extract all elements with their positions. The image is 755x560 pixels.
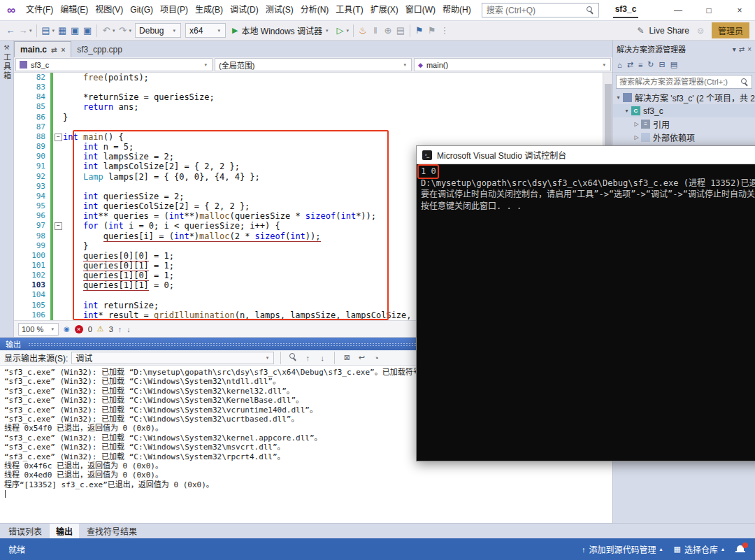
line-number[interactable]: 85 [14,102,50,112]
close-button[interactable]: × [724,0,755,20]
fold-marker[interactable] [53,290,63,300]
expander-icon[interactable]: ▷ [633,121,640,127]
code-line[interactable]: 83 [14,82,612,92]
timestamp-icon[interactable]: ◔ [371,354,382,362]
fold-marker[interactable] [53,73,63,82]
tree-item[interactable]: ▷ 引用 [613,117,755,131]
line-number[interactable]: 99 [14,241,50,251]
attach-to-process-icon[interactable]: ⊕ [382,23,394,38]
menu-item[interactable]: 分析(N) [297,0,333,20]
fold-marker[interactable] [53,211,63,221]
solution-platform-select[interactable]: x64 ▾ [185,23,226,38]
fold-marker[interactable] [53,221,63,231]
switch-views-icon[interactable]: ⇄ [627,60,633,69]
open-file-icon[interactable]: ▦ [56,23,69,38]
fold-marker[interactable] [53,92,63,102]
menu-item[interactable]: 视图(V) [92,0,127,20]
panel-tab[interactable]: 错误列表 [2,524,48,538]
close-tab-icon[interactable]: × [61,46,65,54]
zoom-select[interactable]: 100 % ▾ [18,323,59,336]
expander-icon[interactable]: ▾ [614,94,622,101]
collapse-all-icon[interactable]: ⊟ [659,60,666,69]
line-number[interactable]: 93 [14,182,50,192]
line-number[interactable]: 82 [14,73,50,82]
next-bookmark-icon[interactable]: ⚑ [426,23,438,38]
tree-item[interactable]: ▾ sf3_c [613,104,755,117]
fold-marker[interactable] [53,82,63,92]
line-number[interactable]: 89 [14,142,50,152]
previous-issue-icon[interactable]: ↑ [118,325,122,333]
solution-configuration-select[interactable]: Debug ▾ [135,23,181,38]
undo-dropdown-icon[interactable]: ▾ [113,28,115,34]
code-line[interactable]: 82 free(points); [14,73,612,82]
live-share-button[interactable]: Live Share [649,26,689,36]
line-number[interactable]: 98 [14,231,50,241]
solution-explorer-search-input[interactable] [619,78,731,86]
menu-item[interactable]: Git(G) [127,0,157,20]
fold-marker[interactable] [53,152,63,161]
line-number[interactable]: 101 [14,261,50,271]
notifications-button[interactable] [735,545,747,554]
project-select[interactable]: sf3_c ▾ [15,58,213,71]
find-message-icon[interactable] [287,353,299,362]
fold-marker[interactable] [53,301,63,310]
debug-console-window[interactable]: ›_ Microsoft Visual Studio 调试控制台 1 0D:\m… [416,145,755,461]
properties-icon[interactable]: ▤ [670,60,677,69]
line-number[interactable]: 100 [14,251,50,261]
start-debugging-button[interactable]: ▶ 本地 Windows 调试器 ▾ [228,23,333,38]
line-number[interactable]: 97 [14,221,50,231]
hot-reload-icon[interactable]: ♨ [357,23,369,38]
menu-item[interactable]: 窗口(W) [402,0,439,20]
code-line[interactable]: 87 [14,122,612,132]
line-number[interactable]: 83 [14,82,50,92]
line-number[interactable]: 103 [14,280,50,290]
home-icon[interactable]: ⌂ [617,61,622,69]
fold-marker[interactable] [53,122,63,132]
tree-item[interactable]: ▷ 外部依赖项 [613,131,755,144]
panel-tab[interactable]: 输出 [50,524,79,538]
line-number[interactable]: 102 [14,271,50,280]
menu-item[interactable]: 测试(S) [262,0,297,20]
menu-item[interactable]: 项目(P) [157,0,192,20]
pin-icon[interactable]: ⇄ [51,46,57,54]
toolbar-overflow-icon[interactable]: ⋮ [438,23,451,38]
code-line[interactable]: 84 *returnSize = queriesSize; [14,92,612,102]
toggle-bookmark-icon[interactable]: ⚑ [413,23,426,38]
menu-item[interactable]: 扩展(X) [367,0,402,20]
menu-item[interactable]: 生成(B) [192,0,226,20]
tab-main-c[interactable]: main.c ⇄ × [14,41,71,57]
fold-marker[interactable] [53,201,63,211]
line-number[interactable]: 96 [14,211,50,221]
tree-item[interactable]: ▾ 解决方案 'sf3_c' (2 个项目，共 2 个项目) [613,91,755,104]
menu-item[interactable]: 帮助(H) [439,0,475,20]
fold-marker[interactable] [53,132,63,142]
menu-item[interactable]: 工具(T) [332,0,366,20]
panel-tab[interactable]: 查找符号结果 [80,524,143,538]
start-without-debugging-icon[interactable]: ▷ [333,23,346,38]
undo-icon[interactable]: ↶ [100,23,113,38]
line-number[interactable]: 88 [14,132,50,142]
add-to-source-control-button[interactable]: ↑ 添加到源代码管理 ▴ [582,543,663,555]
chevron-down-icon[interactable]: ▾ [346,28,349,34]
fold-marker[interactable] [53,182,63,192]
fold-marker[interactable] [53,142,63,152]
next-issue-icon[interactable]: ↓ [127,325,131,333]
scope-select[interactable]: (全局范围) ▾ [215,58,412,71]
line-number[interactable]: 94 [14,192,50,201]
member-select[interactable]: ◆ main() ▾ [414,58,611,71]
fold-marker[interactable] [53,241,63,251]
line-number[interactable]: 92 [14,172,50,182]
console-output[interactable]: 1 0D:\mysetup\gopath\src\dsy\sf3_c\x64\D… [417,164,755,461]
line-number[interactable]: 86 [14,113,50,122]
quick-search-box[interactable] [482,3,599,17]
fold-marker[interactable] [53,102,63,112]
select-repository-button[interactable]: ▦ 选择仓库 ▴ [674,543,724,555]
menu-item[interactable]: 编辑(E) [57,0,92,20]
line-number[interactable]: 105 [14,301,50,310]
fold-marker[interactable] [53,192,63,201]
solution-explorer-header[interactable]: 解决方案资源管理器 ▾ ⇄ × [613,41,755,57]
line-number[interactable]: 87 [14,122,50,132]
console-title-bar[interactable]: ›_ Microsoft Visual Studio 调试控制台 [417,146,755,164]
toolbox-tab[interactable]: ⚒ 工具箱 [0,41,13,80]
code-line[interactable]: 85 return ans; [14,102,612,112]
